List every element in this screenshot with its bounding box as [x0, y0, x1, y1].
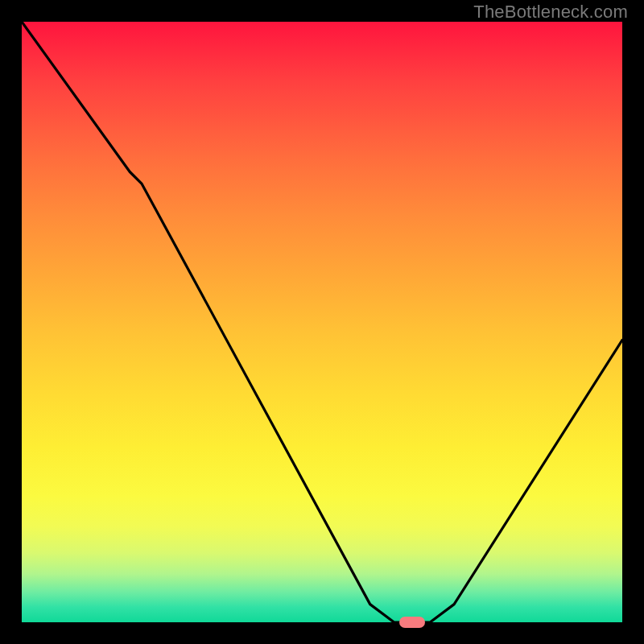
chart-curve [22, 22, 622, 622]
chart-marker [399, 617, 425, 628]
watermark-text: TheBottleneck.com [473, 2, 628, 23]
chart-plot-area [22, 22, 622, 622]
